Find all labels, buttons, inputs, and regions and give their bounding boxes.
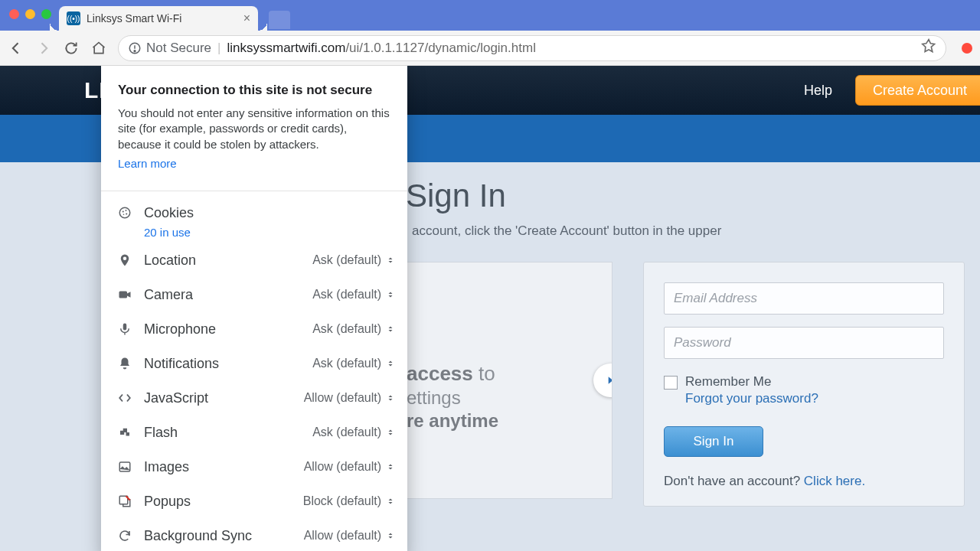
- browser-tab[interactable]: ((•)) Linksys Smart Wi-Fi ×: [59, 6, 258, 31]
- flash-icon: [116, 425, 133, 439]
- svg-point-3: [119, 208, 130, 219]
- svg-point-7: [123, 214, 125, 216]
- permission-row-location: LocationAsk (default): [101, 243, 407, 278]
- permission-row-popups: PopupsBlock (default): [101, 484, 407, 519]
- svg-point-2: [134, 50, 136, 51]
- create-account-button[interactable]: Create Account: [855, 75, 980, 106]
- permission-value-select[interactable]: Ask (default): [312, 253, 395, 267]
- permission-value-select[interactable]: Block (default): [303, 494, 395, 508]
- tab-favicon: ((•)): [67, 11, 80, 25]
- permission-label: Location: [133, 253, 312, 269]
- permission-label: Popups: [133, 494, 303, 510]
- page-title: Sign In: [406, 178, 980, 214]
- cookies-in-use-link[interactable]: 20 in use: [101, 226, 407, 239]
- popups-icon: [116, 494, 133, 508]
- back-button[interactable]: [8, 40, 24, 57]
- permission-label: JavaScript: [133, 390, 304, 406]
- svg-rect-8: [119, 292, 128, 298]
- location-icon: [116, 253, 133, 267]
- cookie-icon: [116, 206, 133, 220]
- page-subtitle: account, click the 'Create Account' butt…: [412, 223, 980, 239]
- permission-label: Microphone: [133, 321, 312, 337]
- camera-icon: [116, 288, 133, 302]
- password-field[interactable]: [664, 327, 944, 359]
- tab-title: Linksys Smart Wi-Fi: [87, 12, 237, 24]
- permission-label: Flash: [133, 425, 312, 441]
- home-button[interactable]: [90, 40, 107, 57]
- popover-title: Your connection to this site is not secu…: [118, 83, 390, 98]
- reload-button[interactable]: [63, 40, 80, 57]
- permission-value-select[interactable]: Ask (default): [312, 425, 395, 439]
- no-account-text: Don't have an account? Click here.: [664, 474, 944, 489]
- learn-more-link[interactable]: Learn more: [118, 157, 177, 170]
- microphone-icon: [116, 322, 133, 336]
- permission-value-select[interactable]: Ask (default): [312, 357, 395, 370]
- popover-description: You should not enter any sensitive infor…: [118, 106, 390, 152]
- permission-row-javascript: JavaScriptAllow (default): [101, 381, 407, 416]
- address-bar: Not Secure | linksyssmartwifi.com/ui/1.0…: [0, 31, 980, 66]
- permission-label: Images: [133, 459, 304, 475]
- permission-value-select[interactable]: Ask (default): [312, 322, 395, 336]
- forward-button[interactable]: [35, 40, 52, 57]
- zoom-window-button[interactable]: [41, 9, 51, 19]
- email-field[interactable]: [664, 282, 944, 315]
- svg-rect-12: [126, 432, 130, 436]
- permission-row-flash: FlashAsk (default): [101, 416, 407, 450]
- permission-row-images: ImagesAllow (default): [101, 450, 407, 484]
- signin-card: Remember Me Forgot your password? Sign I…: [643, 262, 965, 507]
- permission-value-select[interactable]: Allow (default): [304, 391, 395, 405]
- close-window-button[interactable]: [9, 9, 19, 19]
- svg-point-6: [126, 214, 127, 215]
- svg-rect-11: [123, 429, 127, 432]
- permission-label: Background Sync: [133, 528, 304, 544]
- bookmark-star-icon[interactable]: [921, 38, 936, 57]
- svg-point-5: [126, 210, 127, 211]
- remember-me-label: Remember Me: [685, 374, 771, 390]
- carousel-next-button[interactable]: [593, 364, 612, 397]
- extension-indicator[interactable]: [962, 43, 972, 54]
- omnibox[interactable]: Not Secure | linksyssmartwifi.com/ui/1.0…: [118, 35, 946, 61]
- javascript-icon: [116, 391, 133, 405]
- permission-label: Camera: [133, 287, 312, 303]
- remember-me-checkbox[interactable]: [664, 376, 678, 390]
- help-link[interactable]: Help: [781, 83, 855, 99]
- permission-label: Notifications: [133, 356, 312, 372]
- svg-point-4: [122, 211, 124, 213]
- site-info-popover: Your connection to this site is not secu…: [101, 66, 407, 551]
- tab-strip: ((•)) Linksys Smart Wi-Fi ×: [0, 3, 980, 31]
- forgot-password-link[interactable]: Forgot your password?: [685, 391, 944, 406]
- permission-row-bgsync: Background SyncAllow (default): [101, 519, 407, 551]
- bgsync-icon: [116, 529, 133, 543]
- security-label: Not Secure: [146, 41, 211, 56]
- permission-row-notifications: NotificationsAsk (default): [101, 347, 407, 381]
- notifications-icon: [116, 357, 133, 370]
- close-tab-icon[interactable]: ×: [243, 11, 250, 25]
- permission-value-select[interactable]: Ask (default): [312, 288, 395, 302]
- site-security-chip[interactable]: Not Secure: [128, 41, 211, 56]
- svg-rect-9: [123, 324, 127, 331]
- signin-button[interactable]: Sign In: [664, 426, 763, 457]
- permission-value-select[interactable]: Allow (default): [304, 529, 395, 543]
- minimize-window-button[interactable]: [25, 9, 35, 19]
- permission-row-camera: CameraAsk (default): [101, 278, 407, 312]
- url-text: linksyssmartwifi.com/ui/1.0.1.1127/dynam…: [227, 41, 535, 56]
- new-tab-button[interactable]: [269, 11, 290, 29]
- permission-row-microphone: MicrophoneAsk (default): [101, 312, 407, 347]
- images-icon: [116, 460, 133, 474]
- permission-value-select[interactable]: Allow (default): [304, 460, 395, 474]
- create-account-link[interactable]: Click here.: [804, 474, 865, 488]
